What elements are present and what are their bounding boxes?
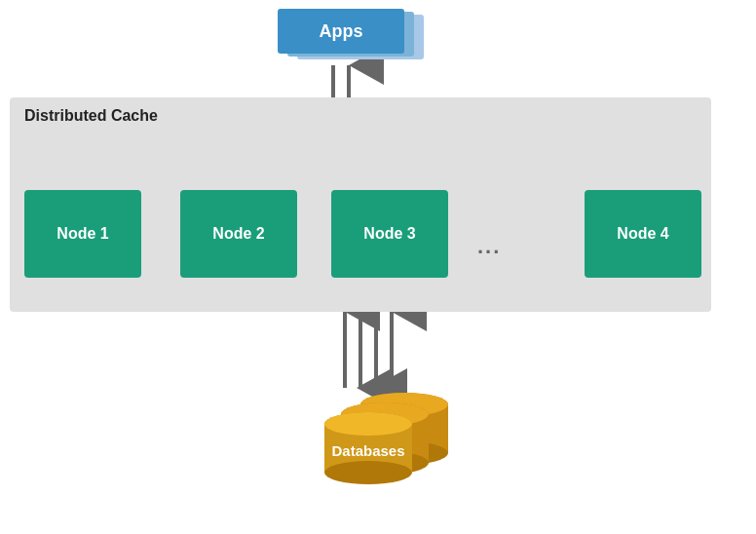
node4-label: Node 4	[617, 225, 668, 243]
svg-point-22	[360, 393, 448, 416]
diagram-container: Databases Distributed Cache Apps Node 1 …	[0, 0, 756, 534]
node1-label: Node 1	[57, 225, 108, 243]
svg-rect-31	[324, 424, 412, 473]
node3-label: Node 3	[363, 225, 415, 243]
apps-box-front: Apps	[278, 9, 404, 54]
svg-point-29	[341, 402, 429, 426]
svg-point-32	[324, 461, 412, 484]
svg-point-25	[360, 393, 448, 416]
node2-label: Node 2	[212, 225, 264, 243]
svg-rect-23	[360, 404, 448, 453]
svg-point-26	[341, 402, 429, 426]
node2-box: Node 2	[180, 190, 297, 278]
node3-box: Node 3	[331, 190, 448, 278]
svg-text:Databases: Databases	[331, 442, 404, 459]
svg-point-28	[341, 451, 429, 475]
node1-box: Node 1	[24, 190, 141, 278]
node4-box: Node 4	[585, 190, 701, 278]
apps-label: Apps	[320, 21, 363, 42]
nodes-ellipsis: ...	[477, 234, 501, 259]
cache-label: Distributed Cache	[24, 107, 158, 125]
svg-point-24	[360, 441, 448, 465]
svg-point-33	[324, 412, 412, 436]
apps-group: Apps	[278, 9, 434, 65]
svg-rect-27	[341, 414, 429, 463]
svg-point-30	[324, 412, 412, 436]
